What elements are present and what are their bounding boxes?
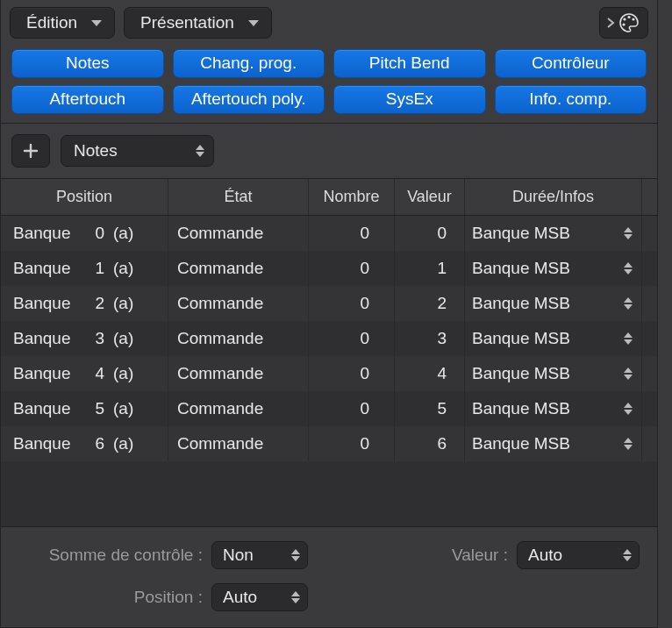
position-select[interactable]: Auto [211,583,308,611]
cell-etat[interactable]: Commande [168,356,308,391]
cell-duree[interactable]: Banque MSB [464,251,641,286]
cell-valeur[interactable]: 6 [394,426,464,461]
stepper-icon[interactable] [624,332,633,345]
cell-position[interactable]: Banque4(a) [1,356,168,391]
cell-nombre[interactable]: 0 [308,286,394,321]
cell-position[interactable]: Banque6(a) [1,426,168,461]
filter-meta[interactable]: Info. comp. [495,85,647,114]
cell-nombre[interactable]: 0 [308,251,394,286]
position-name: Banque [13,224,80,243]
position-suffix: (a) [110,294,145,313]
color-palette-button[interactable] [599,7,648,39]
event-list-panel: Édition Présentation Notes Chang. prog. … [0,0,658,628]
cell-nombre[interactable]: 0 [308,426,394,461]
duree-value: Banque MSB [472,434,570,453]
filter-pitch-bend[interactable]: Pitch Bend [333,49,486,78]
stepper-icon[interactable] [624,403,633,415]
cell-valeur[interactable]: 1 [394,251,464,286]
cell-position[interactable]: Banque1(a) [1,251,168,286]
add-event-button[interactable] [11,134,50,168]
stepper-icon[interactable] [624,262,633,275]
cell-etat[interactable]: Commande [168,286,308,321]
position-suffix: (a) [110,399,145,418]
cell-duree[interactable]: Banque MSB [464,286,641,321]
cell-etat[interactable]: Commande [168,426,308,461]
cell-etat[interactable]: Commande [168,251,308,286]
position-value: Auto [223,588,257,607]
filter-program-change[interactable]: Chang. prog. [173,49,325,78]
svg-point-0 [623,18,626,20]
chevron-down-icon [91,20,102,26]
position-suffix: (a) [110,224,145,243]
presentation-menu[interactable]: Présentation [124,7,272,39]
plus-icon [22,142,39,160]
checksum-select[interactable]: Non [211,541,308,569]
stepper-icon[interactable] [624,297,633,310]
cell-duree[interactable]: Banque MSB [464,216,641,251]
filter-poly-aftertouch[interactable]: Aftertouch poly. [173,85,325,114]
filter-notes[interactable]: Notes [11,49,164,78]
table-row[interactable]: Banque0(a)Commande00Banque MSB [1,216,657,251]
cell-valeur[interactable]: 2 [394,286,464,321]
table-row[interactable]: Banque1(a)Commande01Banque MSB [1,251,657,286]
position-label: Position : [18,588,211,607]
duree-value: Banque MSB [472,224,570,243]
filter-sysex[interactable]: SysEx [333,85,486,114]
cell-duree[interactable]: Banque MSB [464,321,641,356]
table-body: Banque0(a)Commande00Banque MSBBanque1(a)… [1,216,657,461]
cell-position[interactable]: Banque2(a) [1,286,168,321]
cell-duree[interactable]: Banque MSB [464,356,641,391]
cell-nombre[interactable]: 0 [308,391,394,426]
edition-menu[interactable]: Édition [10,7,115,39]
presentation-menu-label: Présentation [140,13,234,32]
cell-duree[interactable]: Banque MSB [464,391,641,426]
event-type-value: Notes [74,141,118,161]
table-row[interactable]: Banque3(a)Commande03Banque MSB [1,321,657,356]
stepper-icon[interactable] [624,227,633,239]
header-duree[interactable]: Durée/Infos [464,179,641,215]
position-name: Banque [13,434,80,453]
header-position[interactable]: Position [1,179,168,215]
table-row[interactable]: Banque6(a)Commande06Banque MSB [1,426,657,461]
cell-position[interactable]: Banque0(a) [1,216,168,251]
cell-etat[interactable]: Commande [168,321,308,356]
position-number: 0 [80,224,110,243]
header-nombre[interactable]: Nombre [308,179,394,215]
table-row[interactable]: Banque4(a)Commande04Banque MSB [1,356,657,391]
cell-nombre[interactable]: 0 [308,216,394,251]
duree-value: Banque MSB [472,329,570,348]
svg-point-2 [632,18,634,20]
cell-duree[interactable]: Banque MSB [464,426,641,461]
valeur-value: Auto [528,546,562,565]
header-etat[interactable]: État [168,179,308,215]
cell-etat[interactable]: Commande [168,391,308,426]
position-name: Banque [13,399,80,418]
filter-controller[interactable]: Contrôleur [495,49,647,78]
position-suffix: (a) [110,259,145,278]
table-row[interactable]: Banque5(a)Commande05Banque MSB [1,391,657,426]
checksum-value: Non [223,546,254,565]
stepper-icon[interactable] [624,368,633,380]
filter-aftertouch[interactable]: Aftertouch [11,85,164,114]
cell-nombre[interactable]: 0 [308,356,394,391]
position-number: 3 [80,329,110,348]
event-type-select[interactable]: Notes [61,135,214,167]
footer: Somme de contrôle : Non Valeur : Auto Po… [1,526,657,627]
valeur-select[interactable]: Auto [517,541,640,569]
cell-valeur[interactable]: 5 [394,391,464,426]
stepper-icon[interactable] [624,438,633,450]
cell-valeur[interactable]: 4 [394,356,464,391]
cell-position[interactable]: Banque3(a) [1,321,168,356]
position-number: 6 [80,434,110,453]
edition-menu-label: Édition [26,13,77,32]
filter-row-1: Notes Chang. prog. Pitch Bend Contrôleur [11,49,647,78]
cell-position[interactable]: Banque5(a) [1,391,168,426]
cell-valeur[interactable]: 0 [394,216,464,251]
cell-etat[interactable]: Commande [168,216,308,251]
cell-nombre[interactable]: 0 [308,321,394,356]
header-valeur[interactable]: Valeur [394,179,464,215]
position-name: Banque [13,259,80,278]
table-row[interactable]: Banque2(a)Commande02Banque MSB [1,286,657,321]
filter-row-2: Aftertouch Aftertouch poly. SysEx Info. … [11,85,647,114]
cell-valeur[interactable]: 3 [394,321,464,356]
